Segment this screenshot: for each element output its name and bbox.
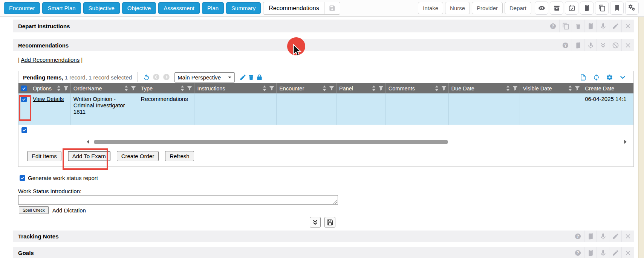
- tab-plan[interactable]: Plan: [202, 2, 224, 14]
- work-status-intro-input[interactable]: [18, 195, 338, 205]
- book-icon[interactable]: [580, 2, 594, 15]
- filter-icon[interactable]: [63, 86, 69, 91]
- tab-encounter[interactable]: Encounter: [4, 2, 40, 14]
- new-document-icon[interactable]: [579, 73, 587, 81]
- depart-button[interactable]: Depart: [505, 2, 531, 14]
- copy-icon[interactable]: [559, 20, 572, 32]
- create-order-button[interactable]: Create Order: [117, 151, 159, 161]
- column-header-due_date[interactable]: Due Date: [448, 83, 520, 93]
- column-header-panel[interactable]: Panel: [336, 83, 385, 93]
- close-icon[interactable]: [621, 39, 634, 51]
- trash-icon[interactable]: [572, 20, 584, 32]
- sort-icon[interactable]: [506, 85, 510, 91]
- refresh-grid-icon[interactable]: [592, 73, 600, 81]
- tab-recommendations-active[interactable]: Recommendations: [263, 2, 340, 15]
- close-icon[interactable]: [621, 247, 634, 258]
- filter-icon[interactable]: [329, 86, 334, 91]
- lock-perspective-icon[interactable]: [255, 73, 263, 81]
- previous-page-icon[interactable]: [153, 73, 161, 81]
- column-header-visible_date[interactable]: Visible Date: [520, 83, 582, 93]
- column-header-order_name[interactable]: OrderName: [70, 83, 138, 93]
- sort-icon[interactable]: [372, 85, 376, 91]
- column-header-options_link[interactable]: Options: [30, 83, 70, 93]
- question-icon[interactable]: ?: [572, 247, 584, 258]
- calendar-check-icon[interactable]: [565, 2, 578, 15]
- scroll-right-icon[interactable]: [623, 139, 628, 144]
- select-all-checkbox[interactable]: [21, 85, 27, 91]
- tab-objective[interactable]: Objective: [122, 2, 156, 14]
- scroll-left-icon[interactable]: [86, 139, 90, 144]
- filter-icon[interactable]: [378, 86, 384, 91]
- sort-icon[interactable]: [323, 85, 326, 91]
- edit-perspective-icon[interactable]: [239, 73, 247, 81]
- save-button[interactable]: [324, 217, 335, 227]
- collapse-grid-icon[interactable]: [618, 73, 627, 81]
- undo-icon[interactable]: [142, 73, 150, 81]
- perspective-select[interactable]: Main Perspective: [174, 72, 235, 82]
- filter-icon[interactable]: [187, 86, 192, 91]
- sort-icon[interactable]: [263, 85, 266, 91]
- row-checkbox[interactable]: [21, 96, 27, 102]
- book-icon[interactable]: [572, 39, 584, 51]
- column-header-create_date[interactable]: Create Date: [582, 83, 633, 93]
- nurse-button[interactable]: Nurse: [445, 2, 470, 14]
- bookmark-icon[interactable]: [610, 2, 624, 15]
- question-icon[interactable]: ?: [547, 20, 559, 32]
- filter-icon[interactable]: [441, 86, 447, 91]
- sort-icon[interactable]: [568, 85, 572, 91]
- refresh-button[interactable]: Refresh: [165, 151, 194, 161]
- edit-items-button[interactable]: Edit Items: [27, 151, 61, 161]
- pencil-icon[interactable]: [609, 231, 621, 242]
- tab-assessment[interactable]: Assessment: [158, 2, 200, 14]
- spell-check-button[interactable]: Spell Check: [19, 206, 49, 214]
- book-icon[interactable]: [584, 231, 597, 242]
- sort-icon[interactable]: [435, 85, 439, 91]
- archive-icon[interactable]: [550, 2, 563, 15]
- book-icon[interactable]: [584, 20, 597, 32]
- add-dictation-link[interactable]: Add Dictation: [52, 207, 86, 214]
- copy-icon[interactable]: [595, 2, 609, 15]
- next-page-icon[interactable]: [163, 73, 171, 81]
- tab-summary[interactable]: Summary: [226, 2, 261, 14]
- intake-button[interactable]: Intake: [418, 2, 443, 14]
- add-recommendations-link[interactable]: Add Recommendations: [21, 56, 80, 63]
- mic-icon[interactable]: [597, 20, 609, 32]
- sort-icon[interactable]: [181, 85, 184, 91]
- provider-button[interactable]: Provider: [472, 2, 503, 14]
- close-icon[interactable]: [621, 20, 634, 32]
- mic-icon[interactable]: [597, 247, 609, 258]
- book-icon[interactable]: [584, 247, 597, 258]
- question-icon[interactable]: ?: [559, 39, 572, 51]
- delete-perspective-icon[interactable]: [247, 73, 255, 81]
- add-to-exam-button[interactable]: Add To Exam: [68, 151, 110, 161]
- column-header-instructions[interactable]: Instructions: [194, 83, 276, 93]
- sort-icon[interactable]: [57, 85, 61, 91]
- filter-icon[interactable]: [131, 86, 136, 91]
- filter-icon[interactable]: [512, 86, 518, 91]
- generate-report-checkbox[interactable]: [20, 175, 25, 181]
- tab-subjective[interactable]: Subjective: [83, 2, 120, 14]
- mic-icon[interactable]: [597, 231, 609, 242]
- block-icon[interactable]: [609, 39, 621, 51]
- column-header-comments[interactable]: Comments: [385, 83, 448, 93]
- column-header-type[interactable]: Type: [138, 83, 194, 93]
- tab-smart-plan[interactable]: Smart Plan: [42, 2, 81, 14]
- sort-icon[interactable]: [124, 85, 128, 91]
- column-header-encounter[interactable]: Encounter: [276, 83, 336, 93]
- filter-icon[interactable]: [269, 86, 274, 91]
- question-icon[interactable]: ?: [572, 231, 584, 242]
- save-icon[interactable]: [325, 5, 340, 12]
- eye-icon[interactable]: [535, 2, 548, 15]
- scrollbar-thumb[interactable]: [94, 140, 448, 144]
- pencil-icon[interactable]: [609, 20, 621, 32]
- grid-settings-icon[interactable]: [605, 73, 613, 81]
- mic-icon[interactable]: [584, 39, 597, 51]
- pencil-icon[interactable]: [609, 247, 621, 258]
- filter-icon[interactable]: [575, 86, 580, 91]
- footer-checkbox[interactable]: [21, 127, 27, 133]
- gears-icon[interactable]: [625, 2, 639, 15]
- expand-more-button[interactable]: [310, 217, 321, 227]
- horizontal-scrollbar[interactable]: [18, 138, 633, 146]
- view-details-link[interactable]: View Details: [33, 96, 64, 102]
- close-icon[interactable]: [621, 231, 634, 242]
